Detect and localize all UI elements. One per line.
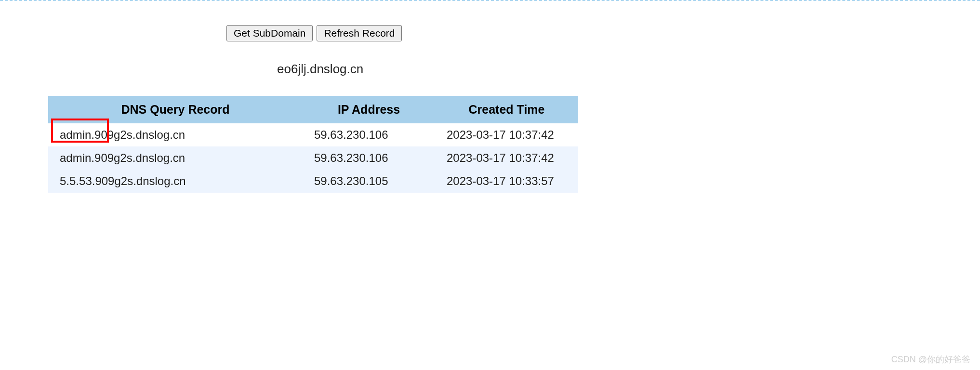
cell-record: admin.909g2s.dnslog.cn	[48, 123, 303, 146]
watermark-text: CSDN @你的好爸爸	[891, 354, 970, 365]
subdomain-text: eo6jlj.dnslog.cn	[277, 62, 980, 77]
table-row: admin.909g2s.dnslog.cn 59.63.230.106 202…	[48, 146, 578, 170]
dns-records-table: DNS Query Record IP Address Created Time…	[48, 96, 578, 193]
top-dashed-border	[0, 0, 980, 1]
cell-ip: 59.63.230.105	[303, 170, 435, 193]
main-content: Get SubDomain Refresh Record eo6jlj.dnsl…	[48, 25, 980, 193]
cell-ip: 59.63.230.106	[303, 146, 435, 170]
table-row: admin.909g2s.dnslog.cn 59.63.230.106 202…	[48, 123, 578, 146]
cell-time: 2023-03-17 10:37:42	[435, 146, 578, 170]
header-created-time: Created Time	[435, 96, 578, 123]
get-subdomain-button[interactable]: Get SubDomain	[226, 25, 313, 41]
table-row: 5.5.53.909g2s.dnslog.cn 59.63.230.105 20…	[48, 170, 578, 193]
header-ip-address: IP Address	[303, 96, 435, 123]
cell-time: 2023-03-17 10:33:57	[435, 170, 578, 193]
cell-record: admin.909g2s.dnslog.cn	[48, 146, 303, 170]
cell-ip: 59.63.230.106	[303, 123, 435, 146]
cell-time: 2023-03-17 10:37:42	[435, 123, 578, 146]
header-dns-query-record: DNS Query Record	[48, 96, 303, 123]
table-header-row: DNS Query Record IP Address Created Time	[48, 96, 578, 123]
refresh-record-button[interactable]: Refresh Record	[317, 25, 402, 41]
cell-record: 5.5.53.909g2s.dnslog.cn	[48, 170, 303, 193]
button-row: Get SubDomain Refresh Record	[226, 25, 980, 41]
